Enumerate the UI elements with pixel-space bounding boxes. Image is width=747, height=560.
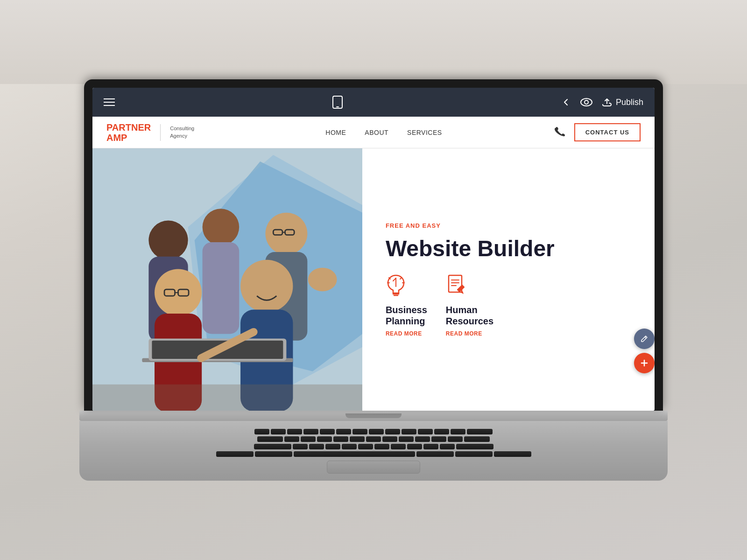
key [440, 444, 455, 449]
key [431, 436, 446, 442]
svg-point-27 [308, 268, 337, 292]
back-button[interactable] [561, 97, 571, 107]
nav-services[interactable]: SERVICES [407, 129, 442, 136]
trackpad[interactable] [327, 461, 420, 474]
logo-amp: AMP [106, 133, 151, 143]
key [257, 436, 283, 442]
key [216, 451, 254, 457]
key [350, 436, 365, 442]
key [303, 429, 318, 434]
key [407, 444, 422, 449]
publish-label: Publish [616, 98, 643, 107]
toolbar-center [332, 96, 343, 109]
key [325, 444, 340, 449]
svg-rect-28 [92, 385, 362, 411]
key [301, 436, 316, 442]
svg-rect-10 [203, 242, 240, 334]
site-logo: PARTNER AMP Consulting Agency [106, 122, 194, 143]
logo-partner: PARTNER [106, 122, 151, 133]
feature-human-resources: Human Resources READ MORE [446, 273, 493, 337]
hero-section: FREE AND EASY Website Builder [92, 148, 655, 411]
key [456, 444, 493, 449]
key [448, 436, 463, 442]
site-menu: HOME ABOUT SERVICES [213, 129, 555, 136]
hamburger-menu-button[interactable] [104, 98, 115, 106]
key [271, 429, 286, 434]
key [320, 429, 335, 434]
key [418, 429, 433, 434]
contact-us-button[interactable]: CONTACT US [574, 123, 641, 141]
feature-business-planning-title: Business Planning [386, 304, 427, 327]
key [385, 429, 400, 434]
key [494, 451, 531, 457]
feature-human-resources-title: Human Resources [446, 304, 493, 327]
lightbulb-icon [386, 273, 427, 301]
svg-point-11 [265, 213, 307, 255]
svg-point-7 [148, 221, 188, 260]
laptop-mockup: Publish PARTNER AMP Consulting [79, 79, 668, 481]
svg-point-2 [581, 98, 592, 106]
hero-image-side [92, 148, 362, 411]
toolbar-right: Publish [561, 97, 643, 107]
document-edit-icon [446, 273, 493, 301]
key [358, 444, 373, 449]
key [369, 429, 384, 434]
key [342, 444, 357, 449]
key [415, 436, 430, 442]
nav-home[interactable]: HOME [325, 129, 346, 136]
publish-button[interactable]: Publish [602, 98, 643, 107]
phone-icon [555, 126, 565, 139]
key [287, 429, 302, 434]
screen: Publish PARTNER AMP Consulting [92, 88, 655, 411]
hero-title: Website Builder [386, 237, 631, 261]
svg-line-43 [645, 337, 646, 338]
key [336, 429, 351, 434]
svg-point-9 [203, 209, 240, 245]
key [255, 451, 292, 457]
nav-about[interactable]: ABOUT [365, 129, 388, 136]
key [284, 436, 299, 442]
key [254, 444, 291, 449]
hero-content-side: FREE AND EASY Website Builder [362, 148, 655, 411]
site-nav-right: CONTACT US [555, 123, 641, 141]
key [416, 451, 454, 457]
key [293, 444, 308, 449]
svg-rect-1 [336, 106, 339, 107]
screen-bezel: Publish PARTNER AMP Consulting [84, 79, 663, 411]
key [391, 444, 406, 449]
fab-edit-button[interactable] [634, 329, 655, 349]
fab-add-button[interactable] [634, 353, 655, 373]
keyboard-rows [109, 429, 638, 457]
key [382, 436, 397, 442]
key [352, 429, 367, 434]
preview-button[interactable] [580, 98, 592, 106]
site-nav: PARTNER AMP Consulting Agency HOME ABOUT… [92, 117, 655, 148]
key [374, 444, 389, 449]
feature-business-planning-link[interactable]: READ MORE [386, 330, 427, 337]
hero-tag: FREE AND EASY [386, 222, 631, 229]
fab-container [634, 329, 655, 373]
logo-divider [160, 124, 161, 141]
key [451, 429, 465, 434]
key [254, 429, 269, 434]
key [366, 436, 381, 442]
key [317, 436, 332, 442]
svg-point-3 [585, 100, 588, 104]
toolbar-left [104, 98, 115, 106]
spacebar-key [294, 451, 415, 457]
key [309, 444, 324, 449]
key [467, 429, 493, 434]
key [402, 429, 416, 434]
key [434, 429, 449, 434]
key [423, 444, 438, 449]
key [333, 436, 348, 442]
website-content: PARTNER AMP Consulting Agency HOME ABOUT… [92, 117, 655, 411]
builder-toolbar: Publish [92, 88, 655, 117]
mobile-preview-icon[interactable] [332, 96, 343, 109]
logo-text: PARTNER AMP [106, 122, 151, 143]
svg-line-36 [400, 278, 402, 279]
feature-human-resources-link[interactable]: READ MORE [446, 330, 493, 337]
key [464, 436, 490, 442]
team-photo [92, 148, 362, 411]
laptop-base [79, 411, 668, 421]
